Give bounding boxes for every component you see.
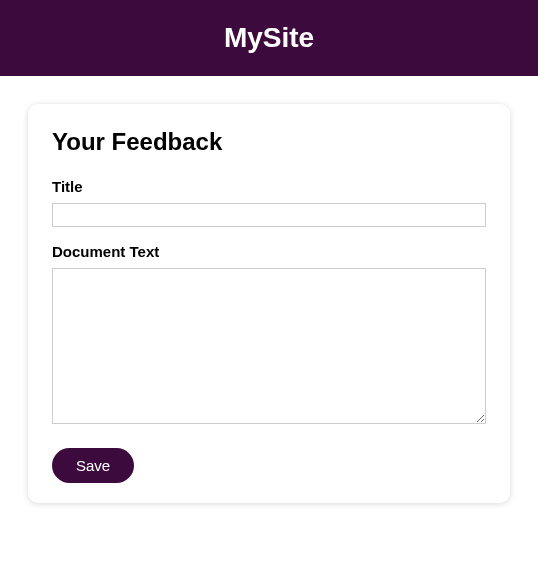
title-input[interactable] [52,203,486,227]
feedback-card: Your Feedback Title Document Text Save [28,104,510,503]
document-text-input[interactable] [52,268,486,424]
page-title: Your Feedback [52,128,486,156]
title-label: Title [52,178,486,195]
main-container: Your Feedback Title Document Text Save [0,76,538,531]
document-text-group: Document Text [52,243,486,428]
document-text-label: Document Text [52,243,486,260]
site-title: MySite [224,22,314,53]
save-button[interactable]: Save [52,448,134,483]
site-header: MySite [0,0,538,76]
title-group: Title [52,178,486,227]
